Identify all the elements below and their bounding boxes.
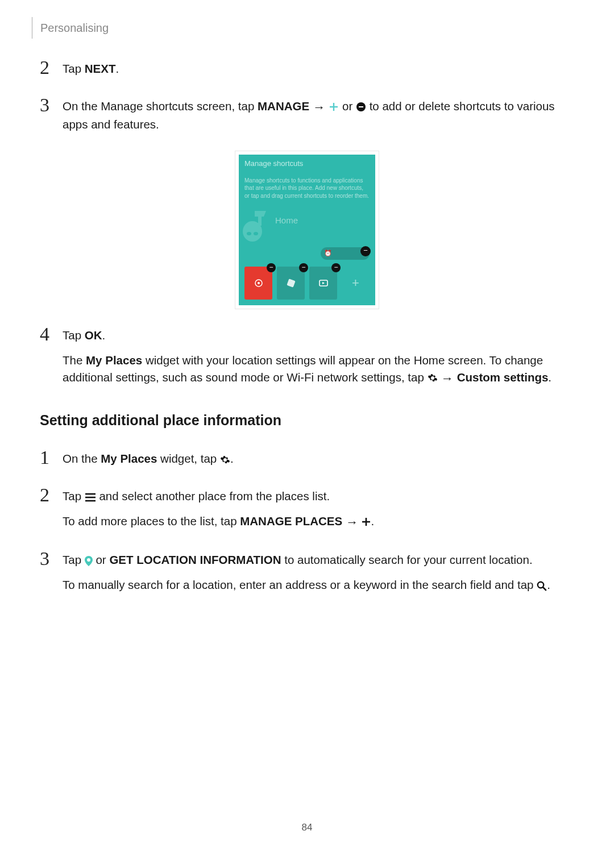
step-number: 3 [40, 549, 63, 568]
text: . [548, 371, 551, 384]
subheading: Setting additional place information [40, 412, 574, 429]
home-icon [242, 206, 274, 246]
step-body: Tap NEXT. [63, 58, 574, 85]
header-section: Personalising [40, 22, 109, 35]
step-body: Tap OK. The My Places widget with your l… [63, 325, 574, 395]
arrow-icon: → [309, 99, 329, 114]
svg-rect-10 [287, 279, 295, 288]
remove-icon: − [267, 263, 276, 272]
remove-alarm-icon: − [360, 246, 371, 256]
figure-tiles: − − − + [239, 262, 375, 305]
label-get-location: GET LOCATION INFORMATION [109, 553, 281, 566]
figure-alarm-row: ⏰ − [239, 246, 375, 262]
text: . [115, 62, 119, 75]
text: On the [63, 452, 101, 465]
label-manage-places: MANAGE PLACES [240, 514, 342, 528]
remove-icon: − [299, 263, 308, 272]
label-manage: MANAGE [258, 99, 309, 113]
menu-icon [85, 493, 96, 502]
arrow-icon: → [342, 514, 362, 529]
step-b1: 1 On the My Places widget, tap . [40, 448, 574, 475]
label-next: NEXT [85, 62, 116, 75]
figure-home-label: Home [275, 215, 298, 225]
minus-circle-icon [356, 102, 366, 112]
figure-home-row: Home [239, 205, 375, 246]
page-number: 84 [0, 822, 614, 833]
text: To add more places to the list, tap [63, 514, 240, 528]
step-b2: 2 Tap and select another place from the … [40, 485, 574, 539]
remove-icon: − [331, 263, 341, 272]
tile-app-1: − [244, 267, 272, 300]
gear-icon [220, 455, 230, 465]
label-ok: OK [85, 329, 102, 342]
step-body: On the Manage shortcuts screen, tap MANA… [63, 95, 574, 141]
step-number: 1 [40, 448, 63, 467]
step-b3: 3 Tap or GET LOCATION INFORMATION to aut… [40, 549, 574, 601]
alarm-pill: ⏰ − [321, 247, 370, 260]
step-number: 2 [40, 58, 63, 77]
text: . [371, 514, 374, 528]
text: Tap [63, 62, 85, 75]
svg-point-9 [258, 282, 260, 284]
text: Tap [63, 329, 85, 342]
text: widget, tap [157, 452, 220, 465]
header: Personalising [32, 17, 574, 39]
step-number: 4 [40, 325, 63, 344]
svg-marker-12 [322, 282, 325, 284]
step-4: 4 Tap OK. The My Places widget with your… [40, 325, 574, 395]
text: . [230, 452, 234, 465]
tile-app-3: − [309, 267, 337, 300]
text: Tap [63, 553, 85, 566]
text: . [102, 329, 106, 342]
step-body: On the My Places widget, tap . [63, 448, 574, 475]
label-custom-settings: Custom settings [457, 371, 549, 384]
gear-icon [428, 373, 438, 383]
figure-manage-shortcuts: Manage shortcuts Manage shortcuts to fun… [40, 151, 574, 309]
alarm-icon: ⏰ [324, 250, 332, 257]
step-body: Tap and select another place from the pl… [63, 485, 574, 539]
step-3: 3 On the Manage shortcuts screen, tap MA… [40, 95, 574, 141]
figure-description: Manage shortcuts to functions and applic… [239, 172, 375, 206]
arrow-icon: → [438, 371, 457, 385]
plus-icon [362, 517, 371, 526]
figure-title: Manage shortcuts [239, 155, 375, 172]
text: To manually search for a location, enter… [63, 578, 537, 591]
plus-icon [329, 102, 339, 112]
text: Tap [63, 489, 85, 502]
text: . [547, 578, 550, 591]
tile-add: + [342, 267, 370, 300]
text: and select another place from the places… [96, 489, 330, 502]
step-2: 2 Tap NEXT. [40, 58, 574, 85]
step-body: Tap or GET LOCATION INFORMATION to autom… [63, 549, 574, 601]
text: or [93, 553, 110, 566]
search-icon [537, 581, 547, 591]
plus-icon: + [352, 276, 359, 290]
location-pin-icon [85, 556, 93, 566]
text: On the Manage shortcuts screen, tap [63, 99, 258, 113]
tile-app-2: − [277, 267, 305, 300]
text: to automatically search for your current… [281, 553, 533, 566]
text: or [339, 99, 356, 113]
label-my-places: My Places [86, 354, 142, 367]
label-my-places: My Places [101, 452, 157, 465]
svg-line-19 [543, 587, 546, 590]
svg-point-6 [247, 232, 251, 235]
text: The [63, 354, 86, 367]
svg-point-7 [254, 232, 258, 235]
step-number: 3 [40, 95, 63, 115]
step-number: 2 [40, 485, 63, 505]
